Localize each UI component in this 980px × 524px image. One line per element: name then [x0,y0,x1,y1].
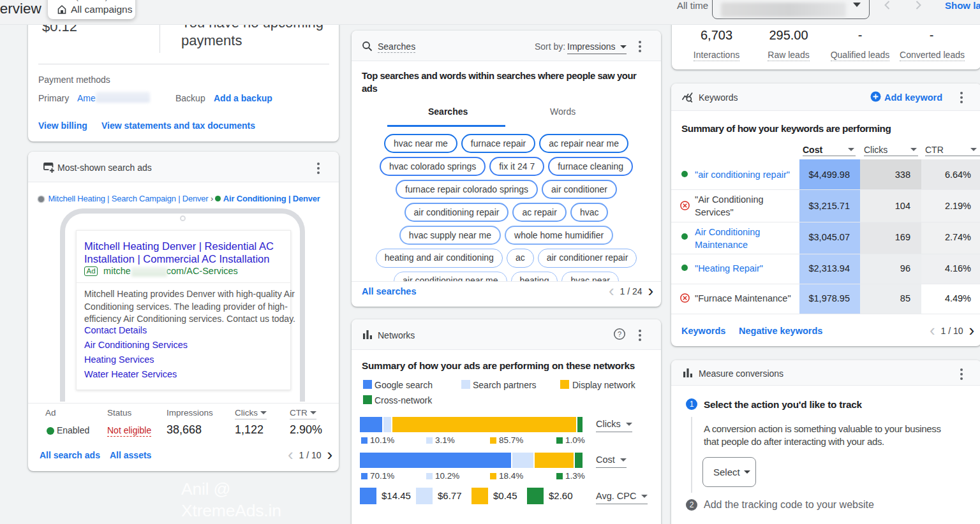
svg-text:?: ? [618,330,621,338]
